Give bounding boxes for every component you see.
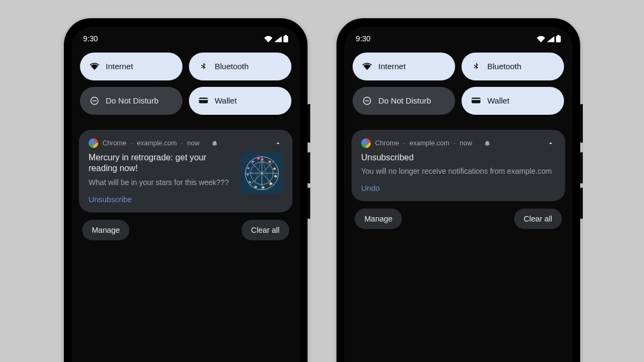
tile-label: Internet — [106, 62, 133, 71]
notification-shade: Chrome · example.com · now — [344, 119, 573, 235]
screen: 9:30 — [71, 27, 300, 363]
svg-text:♌: ♌ — [269, 182, 273, 186]
separator: · — [130, 139, 132, 147]
tile-label: Internet — [378, 62, 406, 71]
tile-wallet[interactable]: Wallet — [462, 87, 564, 115]
bluetooth-icon — [199, 62, 208, 71]
tile-internet[interactable]: Internet — [80, 53, 182, 80]
notification-footer: Manage Clear all — [79, 212, 292, 240]
notification-thumbnail: ♈♉ ♊♋ ♌♍ ♎♏ ♐♑ ♒♓ — [241, 152, 283, 194]
svg-text:♊: ♊ — [273, 167, 276, 171]
tile-bluetooth[interactable]: Bluetooth — [189, 53, 291, 80]
status-bar: 9:30 — [71, 27, 300, 44]
status-time: 9:30 — [356, 34, 370, 43]
svg-text:♈: ♈ — [261, 158, 264, 161]
phone-after: 9:30 Int — [336, 18, 580, 363]
tile-label: Do Not Disturb — [378, 96, 431, 105]
power-button[interactable] — [580, 104, 583, 143]
svg-rect-4 — [199, 98, 208, 104]
undo-button[interactable]: Undo — [361, 184, 555, 193]
notification-time: now — [187, 139, 200, 147]
bell-icon — [211, 139, 218, 146]
bluetooth-icon — [471, 62, 481, 71]
svg-rect-31 — [472, 99, 481, 100]
svg-rect-26 — [556, 35, 561, 42]
tile-label: Wallet — [487, 96, 509, 105]
battery-icon — [283, 35, 288, 42]
notification-time: now — [460, 139, 472, 147]
bell-icon — [484, 139, 491, 146]
wifi-icon — [362, 62, 372, 71]
wifi-icon — [537, 36, 545, 42]
status-icons — [537, 35, 561, 42]
svg-rect-29 — [365, 100, 369, 101]
svg-text:♑: ♑ — [247, 166, 250, 169]
svg-rect-30 — [472, 98, 481, 104]
dnd-icon — [90, 96, 99, 106]
notification-card[interactable]: Chrome · example.com · now — [79, 130, 292, 212]
manage-button[interactable]: Manage — [355, 209, 402, 229]
svg-rect-1 — [285, 35, 287, 36]
svg-rect-27 — [558, 35, 560, 36]
phone-before: 9:30 — [64, 18, 308, 363]
volume-up-button[interactable] — [580, 152, 583, 183]
volume-up-button[interactable] — [308, 152, 310, 183]
chevron-up-icon[interactable] — [273, 138, 283, 148]
status-icons — [264, 35, 288, 42]
svg-text:♉: ♉ — [268, 160, 272, 164]
battery-icon — [556, 35, 561, 42]
wallet-icon — [199, 96, 208, 106]
status-bar: 9:30 — [344, 27, 573, 44]
tile-internet[interactable]: Internet — [353, 53, 455, 80]
quick-settings: Internet Bluetooth Do Not Disturb — [71, 44, 300, 119]
unsubscribe-button[interactable]: Unsubscribe — [89, 195, 233, 204]
tile-bluetooth[interactable]: Bluetooth — [462, 53, 564, 80]
notification-app: Chrome — [375, 139, 399, 147]
tile-dnd[interactable]: Do Not Disturb — [353, 87, 455, 115]
svg-rect-5 — [199, 99, 208, 100]
notification-title: Unsubscribed — [361, 152, 555, 164]
svg-rect-0 — [283, 35, 288, 42]
clear-all-button[interactable]: Clear all — [241, 220, 289, 240]
status-time: 9:30 — [83, 34, 98, 43]
notification-shade: Chrome · example.com · now — [71, 119, 300, 246]
screen: 9:30 Int — [344, 27, 573, 363]
svg-text:♓: ♓ — [257, 157, 260, 160]
clear-all-button[interactable]: Clear all — [514, 209, 562, 229]
tile-label: Wallet — [215, 96, 237, 105]
chevron-up-icon[interactable] — [546, 138, 555, 148]
notification-title: Mercury in retrograde: get your reading … — [89, 152, 233, 175]
svg-text:♋: ♋ — [274, 175, 277, 178]
svg-text:♍: ♍ — [262, 186, 265, 189]
svg-rect-3 — [92, 100, 97, 101]
notification-subtitle: You will no longer receive notifications… — [361, 166, 555, 176]
quick-settings: Internet Bluetooth Do Not Disturb — [344, 44, 573, 119]
wifi-icon — [90, 62, 99, 71]
notification-subtitle: What will be in your stars for this week… — [89, 178, 233, 188]
tile-label: Bluetooth — [487, 62, 521, 71]
svg-text:♐: ♐ — [246, 173, 250, 176]
tile-wallet[interactable]: Wallet — [189, 87, 291, 115]
tile-label: Do Not Disturb — [106, 96, 158, 105]
signal-icon — [274, 36, 282, 42]
tile-dnd[interactable]: Do Not Disturb — [80, 87, 182, 115]
notification-footer: Manage Clear all — [352, 201, 565, 229]
chrome-icon — [89, 138, 98, 148]
volume-down-button[interactable] — [308, 188, 310, 219]
notification-header: Chrome · example.com · now — [89, 138, 283, 148]
chrome-icon — [361, 138, 371, 148]
separator: · — [403, 139, 405, 147]
dnd-icon — [362, 96, 372, 106]
separator: · — [181, 139, 182, 147]
wifi-icon — [264, 36, 273, 42]
tile-label: Bluetooth — [215, 62, 248, 71]
power-button[interactable] — [308, 104, 310, 143]
notification-card[interactable]: Chrome · example.com · now — [352, 130, 565, 202]
signal-icon — [547, 36, 554, 42]
notification-app: Chrome — [103, 139, 126, 147]
notification-site: example.com — [409, 139, 449, 147]
wallet-icon — [471, 96, 481, 106]
notification-site: example.com — [137, 139, 177, 147]
volume-down-button[interactable] — [580, 188, 583, 219]
manage-button[interactable]: Manage — [82, 220, 129, 240]
